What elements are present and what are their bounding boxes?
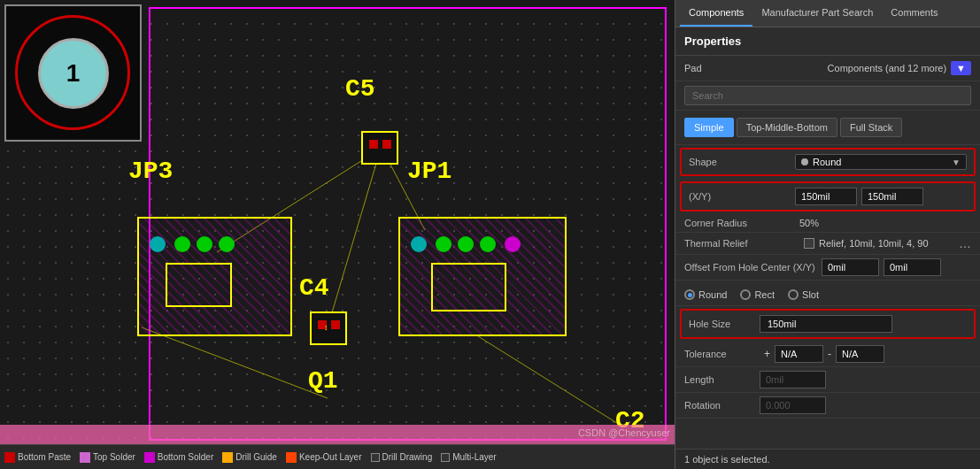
svg-line-4 xyxy=(142,327,328,398)
tolerance-minus-input[interactable] xyxy=(836,345,884,363)
bottom-paste-color xyxy=(4,452,15,463)
length-input[interactable] xyxy=(760,371,826,388)
tolerance-label: Tolerance xyxy=(684,349,760,359)
drill-drawing-checkbox[interactable] xyxy=(371,453,380,462)
c4-component: ↕ xyxy=(310,311,347,345)
svg-line-3 xyxy=(478,336,620,425)
mode-tab-simple[interactable]: Simple xyxy=(684,118,734,137)
drill-drawing-label: Drill Drawing xyxy=(382,452,433,462)
shape-value: Round xyxy=(813,157,952,167)
offset-x-input[interactable] xyxy=(822,258,879,276)
pad-row: Pad Components (and 12 more) ▼ xyxy=(675,56,980,81)
thermal-checkbox[interactable] xyxy=(804,238,814,249)
thumbnail: 1 xyxy=(4,4,142,142)
c5-label: C5 xyxy=(345,75,375,103)
tolerance-plus-input[interactable] xyxy=(775,345,823,363)
layer-bottom-solder: Bottom Solder xyxy=(144,452,213,463)
jp3-pad-green3 xyxy=(219,236,235,252)
jp3-component xyxy=(137,217,292,336)
red-circle xyxy=(15,15,130,130)
svg-line-2 xyxy=(328,149,381,327)
jp3-label: JP3 xyxy=(128,158,173,185)
keepout-color xyxy=(286,452,297,463)
layer-top-solder: Top Solder xyxy=(80,452,135,463)
c5-component xyxy=(361,131,398,165)
xy-x-input[interactable] xyxy=(795,188,857,205)
c4-pad2 xyxy=(331,320,340,329)
jp1-pad-green3 xyxy=(480,236,496,252)
bottom-solder-color xyxy=(144,452,155,463)
rotation-input[interactable] xyxy=(760,396,826,414)
hole-rect-option[interactable]: Rect xyxy=(740,289,775,300)
tab-components[interactable]: Components xyxy=(680,0,752,27)
hole-rect-label: Rect xyxy=(754,289,775,300)
jp3-pad-green2 xyxy=(197,236,212,252)
jp3-pad-teal xyxy=(150,236,166,252)
c5-pad1 xyxy=(369,140,378,149)
tab-manufacturer[interactable]: Manufacturer Part Search xyxy=(752,0,882,27)
thermal-more-button[interactable]: … xyxy=(959,236,971,250)
layer-multi: Multi-Layer xyxy=(441,452,496,462)
hole-round-radio xyxy=(684,289,695,300)
jp1-pad-purple xyxy=(505,236,521,252)
tolerance-row: Tolerance + - xyxy=(675,342,980,367)
hole-size-input[interactable] xyxy=(760,315,892,333)
hole-slot-radio xyxy=(788,289,799,300)
corner-radius-row: Corner Radius 50% xyxy=(675,214,980,233)
hole-round-option[interactable]: Round xyxy=(684,289,727,300)
xy-row: (X/Y) xyxy=(680,181,976,211)
xy-y-input[interactable] xyxy=(861,188,923,205)
jp1-component xyxy=(398,217,567,336)
bottom-solder-label: Bottom Solder xyxy=(158,452,213,462)
hole-size-row: Hole Size xyxy=(680,309,976,339)
properties-title: Properties xyxy=(675,27,980,56)
multi-layer-label: Multi-Layer xyxy=(452,452,496,462)
offset-label: Offset From Hole Center (X/Y) xyxy=(684,262,822,273)
offset-y-input[interactable] xyxy=(884,258,941,276)
hole-slot-option[interactable]: Slot xyxy=(788,289,819,300)
mode-tab-full-stack[interactable]: Full Stack xyxy=(840,118,902,137)
multi-layer-checkbox[interactable] xyxy=(441,453,450,462)
drill-guide-color xyxy=(222,452,233,463)
shape-label: Shape xyxy=(689,157,795,167)
pcb-canvas[interactable]: 1 C5 JP3 JP1 C4 xyxy=(0,0,675,469)
corner-radius-label: Corner Radius xyxy=(684,218,799,228)
search-row xyxy=(675,81,980,111)
length-row: Length xyxy=(675,367,980,393)
keepout-label: Keep-Out Layer xyxy=(299,452,362,462)
layer-drill-drawing: Drill Drawing xyxy=(371,452,433,462)
c5-pad2 xyxy=(382,140,391,149)
corner-radius-value: 50% xyxy=(799,218,819,228)
rotation-row: Rotation xyxy=(675,393,980,419)
jp1-pad-green1 xyxy=(436,236,451,252)
top-tabs: Components Manufacturer Part Search Comm… xyxy=(675,0,980,27)
jp1-label: JP1 xyxy=(407,158,451,185)
hole-slot-label: Slot xyxy=(802,289,819,300)
layer-bottom-paste: Bottom Paste xyxy=(4,452,71,463)
hole-rect-radio xyxy=(740,289,751,300)
right-panel: Components Manufacturer Part Search Comm… xyxy=(675,0,980,469)
thermal-value: Relief, 10mil, 10mil, 4, 90 xyxy=(819,238,929,249)
mode-tabs: Simple Top-Middle-Bottom Full Stack xyxy=(675,111,980,145)
hole-round-label: Round xyxy=(698,289,727,300)
search-input[interactable] xyxy=(684,86,971,105)
rotation-label: Rotation xyxy=(684,400,760,411)
hole-type-row: Round Rect Slot xyxy=(675,284,980,306)
top-solder-label: Top Solder xyxy=(93,452,135,462)
bottom-status: 1 object is selected. xyxy=(675,449,980,469)
offset-row: Offset From Hole Center (X/Y) xyxy=(675,255,980,281)
shape-select[interactable]: Round ▼ xyxy=(795,154,967,170)
mode-tab-top-middle-bottom[interactable]: Top-Middle-Bottom xyxy=(737,118,837,137)
layer-keepout: Keep-Out Layer xyxy=(286,452,362,463)
tolerance-minus-sign: - xyxy=(828,348,831,360)
status-bar: Bottom Paste Top Solder Bottom Solder Dr… xyxy=(0,444,675,469)
xy-label: (X/Y) xyxy=(689,191,795,202)
jp1-pad-green2 xyxy=(458,236,474,252)
tab-comments[interactable]: Comments xyxy=(882,0,946,27)
thermal-relief-label: Thermal Relief xyxy=(684,238,799,249)
thermal-relief-row: Thermal Relief Relief, 10mil, 10mil, 4, … xyxy=(675,233,980,255)
bottom-bar xyxy=(0,425,675,444)
filter-button[interactable]: ▼ xyxy=(951,61,971,75)
q1-label: Q1 xyxy=(308,367,338,395)
top-solder-color xyxy=(80,452,90,463)
